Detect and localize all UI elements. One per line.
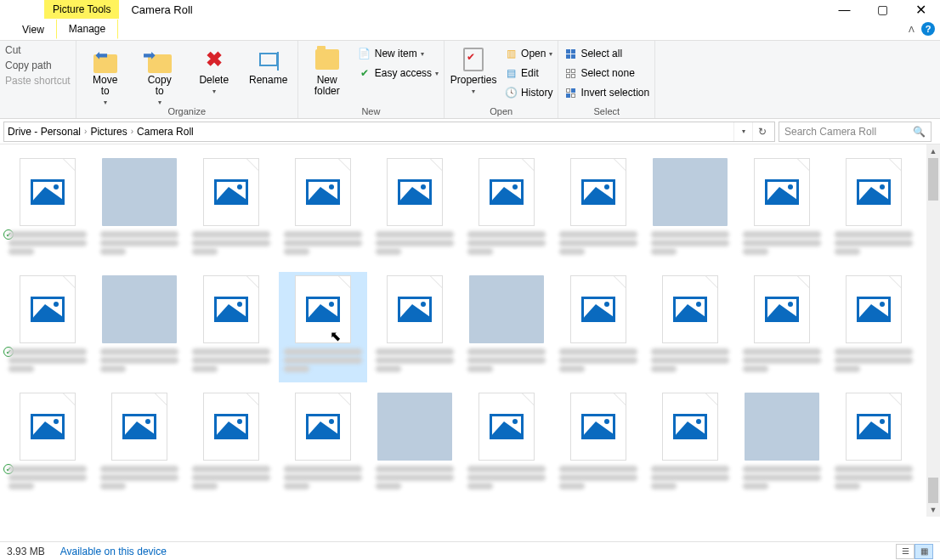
file-name-label <box>282 229 364 257</box>
select-none-button[interactable]: Select none <box>563 64 649 82</box>
file-item[interactable] <box>187 155 275 265</box>
select-all-button[interactable]: Select all <box>563 44 649 63</box>
invert-selection-icon <box>563 86 577 99</box>
address-dropdown-button[interactable]: ▾ <box>733 122 752 141</box>
status-availability[interactable]: Available on this device <box>60 546 167 557</box>
delete-button[interactable]: ✖ Delete ▾ <box>190 46 238 95</box>
file-name-label <box>649 464 731 491</box>
search-input[interactable]: Search Camera Roll 🔍 <box>779 122 932 142</box>
move-to-button[interactable]: ⬅ Move to ▾ <box>82 46 129 106</box>
open-button[interactable]: ▥ Open ▾ <box>504 44 552 63</box>
file-item[interactable] <box>187 272 275 382</box>
file-item[interactable] <box>371 389 459 500</box>
chevron-right-icon[interactable]: › <box>81 127 90 136</box>
rename-icon <box>259 53 278 66</box>
file-name-label <box>7 229 88 257</box>
file-item[interactable] <box>646 389 734 500</box>
file-item[interactable]: ⬉ <box>279 272 367 382</box>
minimize-button[interactable]: — <box>825 0 864 19</box>
file-item[interactable] <box>371 272 459 382</box>
search-icon: 🔍 <box>913 126 926 138</box>
breadcrumb-segment[interactable]: Drive - Personal <box>8 126 81 138</box>
file-name-label <box>190 464 272 491</box>
generic-image-icon <box>295 158 351 226</box>
history-button[interactable]: 🕓 History <box>504 83 552 102</box>
cut-button[interactable]: Cut <box>5 44 71 56</box>
file-item[interactable] <box>371 155 459 265</box>
file-item[interactable] <box>738 155 826 265</box>
invert-selection-button[interactable]: Invert selection <box>563 83 649 102</box>
file-item[interactable] <box>738 389 826 500</box>
help-icon[interactable]: ? <box>921 22 935 36</box>
generic-image-icon <box>662 393 718 461</box>
file-item[interactable] <box>3 155 92 265</box>
new-item-button[interactable]: 📄 New item ▾ <box>358 44 439 63</box>
generic-image-icon <box>387 158 443 226</box>
address-bar[interactable]: Drive - Personal › Pictures › Camera Rol… <box>3 122 775 142</box>
thumbnails-view-button[interactable]: ▦ <box>915 544 933 559</box>
scrollbar[interactable]: ▲ ▼ <box>926 144 940 517</box>
file-item[interactable] <box>830 389 918 500</box>
file-item[interactable] <box>279 389 367 500</box>
scroll-thumb[interactable] <box>928 158 938 201</box>
file-item[interactable] <box>462 155 551 265</box>
file-item[interactable] <box>3 272 92 382</box>
file-item[interactable] <box>95 155 184 265</box>
copy-to-button[interactable]: ➡ Copy to ▾ <box>136 46 184 106</box>
file-item[interactable] <box>830 272 918 382</box>
scroll-up-button[interactable]: ▲ <box>926 144 940 158</box>
file-name-label <box>374 347 456 374</box>
easy-access-button[interactable]: ✔ Easy access ▾ <box>358 64 439 82</box>
file-name-label <box>99 347 180 374</box>
file-item[interactable] <box>646 272 734 382</box>
paste-shortcut-button: Paste shortcut <box>5 75 71 87</box>
file-item[interactable] <box>554 155 643 265</box>
breadcrumb-segment[interactable]: Pictures <box>90 126 127 138</box>
file-item[interactable] <box>279 155 367 265</box>
file-item[interactable] <box>187 389 275 500</box>
file-name-label <box>741 229 823 257</box>
rename-button[interactable]: Rename <box>245 46 292 86</box>
file-item[interactable] <box>738 272 826 382</box>
file-item[interactable] <box>830 155 918 265</box>
file-pane[interactable]: ⬉ ▲ ▼ <box>0 144 940 517</box>
scroll-down-button[interactable]: ▼ <box>926 503 940 517</box>
breadcrumb-segment[interactable]: Camera Roll <box>137 126 194 138</box>
maximize-button[interactable]: ▢ <box>864 0 902 19</box>
file-name-label <box>833 464 915 491</box>
generic-image-icon <box>570 158 626 226</box>
details-view-button[interactable]: ☰ <box>896 544 915 559</box>
file-item[interactable] <box>462 272 551 382</box>
new-folder-button[interactable]: New folder <box>303 46 351 97</box>
navigation-row: Drive - Personal › Pictures › Camera Rol… <box>0 119 940 144</box>
file-item[interactable] <box>95 389 184 500</box>
tab-manage[interactable]: Manage <box>56 20 118 39</box>
group-label-select: Select <box>563 106 649 118</box>
edit-button[interactable]: ▤ Edit <box>504 64 552 82</box>
file-item[interactable] <box>95 272 184 382</box>
ribbon-tabs: View Manage ᐱ ? <box>0 19 940 41</box>
scroll-thumb[interactable] <box>928 478 938 503</box>
file-name-label <box>649 347 731 374</box>
file-item[interactable] <box>646 155 734 265</box>
file-item[interactable] <box>554 389 643 500</box>
file-item[interactable] <box>554 272 643 382</box>
properties-icon <box>463 48 484 71</box>
chevron-right-icon[interactable]: › <box>127 127 137 136</box>
contextual-tab-picture-tools[interactable]: Picture Tools <box>44 0 119 19</box>
file-name-label <box>466 347 547 374</box>
file-item[interactable] <box>3 389 92 500</box>
tab-view[interactable]: View <box>10 20 56 39</box>
generic-image-icon <box>846 158 902 226</box>
chevron-down-icon: ▾ <box>158 99 161 106</box>
generic-image-icon <box>846 393 902 461</box>
refresh-button[interactable]: ↻ <box>752 122 771 141</box>
copy-path-button[interactable]: Copy path <box>5 59 71 71</box>
chevron-down-icon: ▾ <box>212 88 216 95</box>
file-name-label <box>190 347 272 374</box>
collapse-ribbon-icon[interactable]: ᐱ <box>909 25 915 34</box>
file-item[interactable] <box>462 389 551 500</box>
properties-button[interactable]: Properties ▾ <box>450 46 497 95</box>
group-label-new: New <box>303 106 439 118</box>
close-button[interactable]: ✕ <box>902 0 940 19</box>
